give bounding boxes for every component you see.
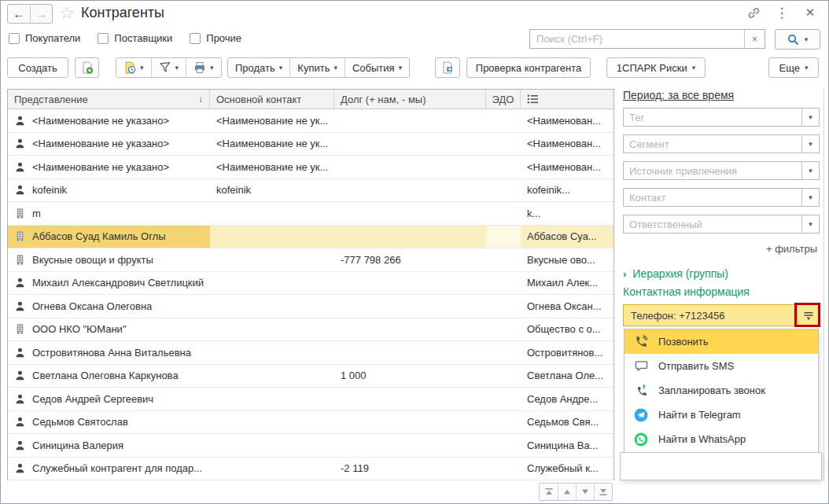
events-button[interactable]: События▾	[344, 58, 409, 77]
column-header-fullname[interactable]	[521, 90, 613, 109]
search-button[interactable]: ▾	[775, 29, 820, 50]
chevron-down-icon[interactable]: ▾	[801, 215, 819, 233]
more-filters-link[interactable]: + фильтры	[766, 243, 817, 255]
checkbox-label: Поставщики	[114, 32, 172, 44]
kebab-icon[interactable]: ⋮	[775, 6, 789, 20]
forward-button[interactable]: →	[30, 5, 53, 23]
row-edo	[486, 434, 521, 457]
create-based-on-button[interactable]: ▾	[116, 58, 151, 77]
person-icon	[14, 161, 26, 173]
import-export-button[interactable]	[435, 57, 460, 78]
buy-button[interactable]: Купить▾	[289, 58, 344, 77]
chevron-down-icon: ▾	[279, 64, 283, 72]
table-row[interactable]: kofeinikkofeinikkofeinik...	[8, 179, 613, 203]
sell-button[interactable]: Продать▾	[228, 58, 289, 77]
row-fullname: Огнева Оксан...	[521, 295, 613, 318]
menu-item-написать-в-whatsapp[interactable]: Написать в WhatsApp	[625, 451, 818, 476]
table-row[interactable]: Островитянова Анна ВитальевнаОстровитяно…	[8, 341, 613, 365]
menu-item-label: Найти в Telegram	[658, 409, 741, 421]
back-button[interactable]: ←	[8, 5, 30, 23]
table-row[interactable]: Седов Андрей СергеевичСедов Андре...	[8, 388, 613, 411]
table-row[interactable]: Аббасов Суад Камиль ОглыАббасов Суа...	[8, 226, 613, 249]
row-name: Седьмов Святослав	[32, 416, 128, 428]
row-contact: <Наименование не ук...	[210, 133, 334, 156]
table-row[interactable]: Михаил Александрович СветлицкийМихаил Ал…	[8, 272, 613, 296]
chevron-down-icon[interactable]: ▾	[801, 109, 819, 126]
filter-field-3[interactable]: Контакт▾	[623, 188, 820, 207]
table-row[interactable]: Светлана Олеговна Каркунова1 000Светлана…	[8, 365, 613, 388]
filter-field-0[interactable]: Тег▾	[623, 108, 820, 127]
person-icon	[14, 347, 26, 359]
row-edo	[486, 248, 521, 271]
row-fullname: <Наименован...	[521, 156, 613, 178]
table-row[interactable]: Синицина ВалерияСиницина Ва...	[8, 434, 613, 458]
table-row[interactable]: Вкусные овощи и фрукты-777 798 266Вкусны…	[8, 248, 613, 272]
menu-item-позвонить[interactable]: Позвонить	[625, 329, 818, 354]
row-edo	[486, 272, 521, 295]
row-debt	[334, 388, 486, 410]
chevron-down-icon[interactable]: ▾	[801, 189, 819, 206]
row-name: Седов Андрей Сергеевич	[32, 393, 153, 405]
filter-button[interactable]: ▾	[151, 58, 186, 77]
scroll-up-button[interactable]	[558, 484, 576, 500]
table-header: Представление↓ Основной контакт Долг (+ …	[8, 90, 613, 109]
favorite-star-icon[interactable]: ☆	[59, 3, 75, 24]
checkbox-icon[interactable]	[190, 33, 201, 44]
menu-item-label: Написать в WhatsApp	[658, 458, 761, 469]
table-row[interactable]: ООО НКО "ЮМани"Общество с о...	[8, 318, 613, 342]
menu-item-label: Отправить SMS	[658, 360, 734, 372]
create-group-button[interactable]	[75, 57, 99, 78]
table-row[interactable]: <Наименование не указано><Наименование н…	[8, 156, 613, 179]
table-row[interactable]: <Наименование не указано><Наименование н…	[8, 109, 613, 133]
phone-field[interactable]: Телефон: +7123456	[623, 304, 820, 326]
table-scroll-buttons	[539, 483, 613, 501]
spark-risks-button[interactable]: 1СПАРК Риски▾	[606, 57, 706, 78]
filter-field-2[interactable]: Источник привлечения▾	[623, 161, 820, 180]
page-title: Контрагенты	[81, 5, 164, 21]
scroll-top-button[interactable]	[540, 484, 558, 500]
type-filter-2[interactable]: Прочие	[190, 32, 241, 44]
checkbox-icon[interactable]	[9, 33, 20, 44]
chevron-down-icon[interactable]: ▾	[801, 162, 819, 179]
chevron-down-icon: ▾	[333, 64, 337, 72]
row-fullname: kofeinik...	[521, 179, 613, 202]
menu-item-найти-в-whatsapp[interactable]: Найти в WhatsApp	[625, 427, 818, 451]
print-button[interactable]: ▾	[186, 58, 221, 77]
org-icon	[14, 208, 26, 219]
checkbox-icon[interactable]	[98, 33, 109, 44]
hierarchy-link[interactable]: ›Иерархия (группы)	[623, 267, 728, 280]
search-input[interactable]	[530, 30, 744, 48]
table-row[interactable]: <Наименование не указано><Наименование н…	[8, 133, 613, 156]
check-counterparty-button[interactable]: Проверка контрагента	[466, 57, 591, 78]
type-filter-0[interactable]: Покупатели	[9, 32, 80, 44]
menu-item-найти-в-telegram[interactable]: Найти в Telegram	[625, 403, 818, 427]
type-filter-1[interactable]: Поставщики	[98, 32, 172, 44]
filter-field-4[interactable]: Ответственный▾	[623, 215, 820, 234]
scroll-down-button[interactable]	[576, 484, 594, 500]
phone-actions-button[interactable]	[797, 305, 819, 326]
menu-item-запланировать-звонок[interactable]: Запланировать звонок	[625, 378, 818, 403]
table-row[interactable]: mk...	[8, 202, 613, 226]
search-clear-button[interactable]: ×	[744, 30, 765, 48]
column-header-debt[interactable]: Долг (+ нам, - мы)	[334, 90, 486, 109]
filter-placeholder: Тег	[624, 109, 801, 126]
row-edo	[486, 411, 521, 434]
filter-field-1[interactable]: Сегмент▾	[623, 134, 820, 153]
close-icon[interactable]: ✕	[803, 6, 817, 20]
column-header-name[interactable]: Представление↓	[8, 90, 210, 109]
column-header-edo[interactable]: ЭДО	[486, 90, 521, 109]
table-row[interactable]: Служебный контрагент для подар...-2 119С…	[8, 458, 613, 481]
table-row[interactable]: Седьмов СвятославСедьмов Свя...	[8, 411, 613, 435]
row-edo	[486, 295, 521, 318]
row-debt	[334, 318, 486, 341]
chevron-down-icon[interactable]: ▾	[801, 135, 819, 153]
link-icon[interactable]	[746, 6, 761, 20]
menu-item-отправить-sms[interactable]: Отправить SMS	[625, 354, 818, 378]
scroll-bottom-button[interactable]	[594, 484, 612, 500]
more-button[interactable]: Еще▾	[768, 57, 819, 78]
search-box: ×	[529, 29, 765, 49]
column-header-contact[interactable]: Основной контакт	[210, 90, 334, 109]
create-button[interactable]: Создать	[7, 57, 68, 78]
table-row[interactable]: Огнева Оксана ОлеговнаОгнева Оксан...	[8, 295, 613, 318]
period-link[interactable]: Период: за все время	[623, 89, 734, 101]
